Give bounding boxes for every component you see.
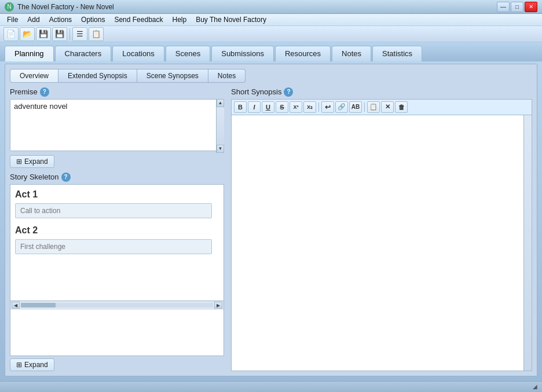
synopsis-scrollbar[interactable] [523,115,532,371]
status-bar: ◢ [0,381,542,392]
clipboard-button[interactable]: 📋 [89,27,104,41]
premise-box-outer: adventure novel ▲ ▼ [10,99,224,153]
subtab-extended-synopsis[interactable]: Extended Synopsis [58,69,137,83]
menu-help[interactable]: Help [167,14,191,25]
bold-button[interactable]: B [234,101,247,113]
premise-input[interactable]: adventure novel [10,99,224,151]
skeleton-expand-icon: ⊞ [16,361,22,369]
subtab-scene-synopses[interactable]: Scene Synopses [137,69,208,83]
horizontal-scrollbar[interactable]: ◀ ▶ [10,301,224,310]
undo-button[interactable]: ↩ [321,101,334,113]
story-skeleton-label: Story Skeleton ? [10,173,224,182]
subtab-notes[interactable]: Notes [208,69,246,83]
subscript-button[interactable]: X₂ [303,101,316,113]
main-tabs: Planning Characters Locations Scenes Sub… [0,42,542,61]
save-button[interactable]: 💾 [36,27,51,41]
h-scroll-track [21,303,213,307]
strikethrough-button[interactable]: S [276,101,288,113]
title-bar: N The Novel Factory - New Novel — □ ✕ [0,0,542,14]
superscript-button[interactable]: X² [290,101,302,113]
tab-notes[interactable]: Notes [332,46,371,61]
title-bar-text: The Novel Factory - New Novel [17,3,497,11]
delete-button[interactable]: 🗑 [395,101,408,113]
clear-button[interactable]: ✕ [381,101,394,113]
premise-expand-button[interactable]: ⊞ Expand [10,155,54,168]
fmt-separator-1 [318,102,319,112]
expand-icon: ⊞ [16,157,22,166]
h-scroll-right-arrow[interactable]: ▶ [214,302,222,309]
synopsis-editor[interactable] [231,115,532,371]
scroll-up-arrow[interactable]: ▲ [217,99,224,107]
toolbar-separator [69,28,70,40]
right-column: Short Synopsis ? B I U S X² X₂ ↩ 🔗 [231,87,532,371]
tab-characters[interactable]: Characters [55,46,112,61]
tab-submissions[interactable]: Submissions [211,46,274,61]
menu-buy[interactable]: Buy The Novel Factory [191,14,271,25]
format-button[interactable]: AB [349,101,362,113]
sub-tabs: Overview Extended Synopsis Scene Synopse… [10,69,532,83]
premise-help-icon[interactable]: ? [40,87,49,97]
h-scroll-thumb [21,303,56,307]
italic-button[interactable]: I [248,101,261,113]
inner-panel: Overview Extended Synopsis Scene Synopse… [5,64,537,376]
act1-field[interactable] [15,203,212,218]
premise-label-text: Premise [10,87,38,96]
scroll-down-arrow[interactable]: ▼ [217,145,224,153]
list-button[interactable]: ☰ [72,27,87,41]
menu-add[interactable]: Add [23,14,44,25]
story-skeleton-section: Story Skeleton ? Act 1 Act 2 [10,173,224,371]
premise-scrollbar[interactable]: ▲ ▼ [216,99,224,153]
premise-label: Premise ? [10,87,224,97]
menu-actions[interactable]: Actions [45,14,76,25]
short-synopsis-label-text: Short Synopsis [231,87,281,96]
open-button[interactable]: 📂 [20,27,35,41]
tab-locations[interactable]: Locations [112,46,164,61]
close-button[interactable]: ✕ [525,2,537,12]
expand-label: Expand [24,157,48,166]
main-window: N The Novel Factory - New Novel — □ ✕ Fi… [0,0,542,392]
status-corner: ◢ [533,383,537,390]
fmt-separator-2 [364,102,365,112]
new-button[interactable]: 📄 [3,27,19,41]
link-button[interactable]: 🔗 [335,101,348,113]
menu-options[interactable]: Options [76,14,109,25]
h-scroll-left-arrow[interactable]: ◀ [12,302,20,309]
menu-send-feedback[interactable]: Send Feedback [109,14,167,25]
minimize-button[interactable]: — [497,2,510,12]
act2-field[interactable] [15,239,212,254]
left-column: Premise ? adventure novel ▲ ▼ ⊞ Expand [10,87,224,371]
synopsis-help-icon[interactable]: ? [284,87,293,97]
maximize-button[interactable]: □ [511,2,523,12]
subtab-overview[interactable]: Overview [10,69,58,83]
menu-bar: File Add Actions Options Send Feedback H… [0,14,542,26]
skeleton-inner[interactable]: Act 1 Act 2 [10,185,224,301]
menu-file[interactable]: File [2,14,23,25]
act1-title: Act 1 [15,189,212,200]
content-area: Overview Extended Synopsis Scene Synopse… [0,61,542,381]
skeleton-help-icon[interactable]: ? [61,173,71,182]
synopsis-toolbar: B I U S X² X₂ ↩ 🔗 AB 📋 ✕ 🗑 [231,99,532,115]
tab-scenes[interactable]: Scenes [166,46,210,61]
scroll-track [217,107,224,145]
underline-button[interactable]: U [262,101,274,113]
tab-planning[interactable]: Planning [5,46,54,61]
paste-button[interactable]: 📋 [367,101,380,113]
title-bar-controls: — □ ✕ [497,2,537,12]
toolbar: 📄 📂 💾 💾 ☰ 📋 [0,26,542,42]
skeleton-expand-label: Expand [24,361,48,369]
short-synopsis-label: Short Synopsis ? [231,87,532,97]
tab-statistics[interactable]: Statistics [372,46,422,61]
skeleton-expand-button[interactable]: ⊞ Expand [10,358,54,371]
skeleton-box: Act 1 Act 2 ◀ ▶ [10,184,224,356]
save-as-button[interactable]: 💾 [52,27,67,41]
tab-resources[interactable]: Resources [275,46,331,61]
story-skeleton-label-text: Story Skeleton [10,173,59,181]
two-col-layout: Premise ? adventure novel ▲ ▼ ⊞ Expand [10,87,532,371]
synopsis-content[interactable] [232,115,532,371]
act2-title: Act 2 [15,225,212,236]
app-icon: N [5,2,14,12]
